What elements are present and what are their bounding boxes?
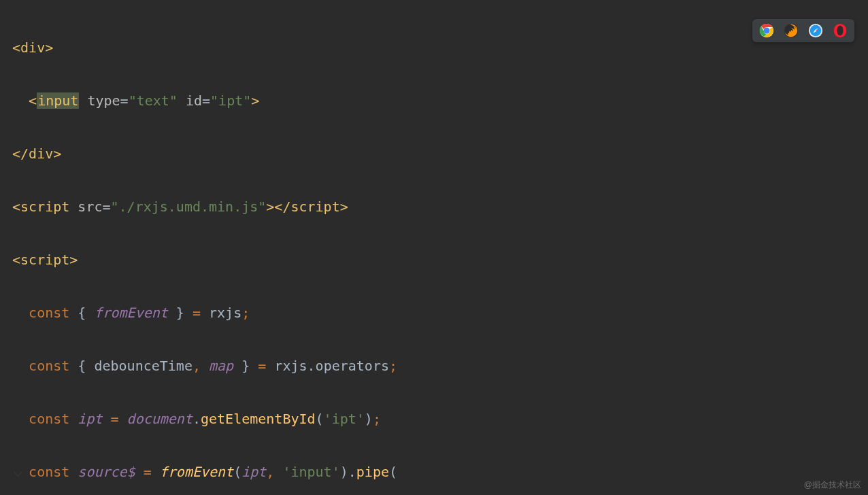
equals: = [102,199,110,215]
tag-open: < [29,92,37,109]
string: 'input' [282,464,339,480]
operator: = [258,358,274,374]
watermark-text: @掘金技术社区 [804,479,861,491]
equals: = [120,92,129,109]
punct: ( [316,411,324,427]
punct: ) [365,411,373,427]
tag-name: script [20,252,69,268]
function: fromEvent [160,464,233,480]
tag-close: > [45,39,53,56]
keyword: const [29,464,78,480]
operator: = [144,464,160,480]
attr-name: src [78,199,102,215]
code-line: const { debounceTime, map } = rxjs.opera… [12,353,868,379]
safari-icon[interactable] [808,23,823,38]
punct: . [193,411,201,427]
space [69,199,78,215]
tag-name: script [20,199,69,215]
identifier: document [127,411,193,427]
tag-name: div [20,39,45,56]
chrome-icon[interactable] [759,23,774,38]
identifier: rxjs [274,358,307,374]
punct: ; [373,411,381,427]
code-line: <div> [12,35,868,61]
tag-name: input [37,92,78,109]
keyword: const [29,305,78,321]
space [79,92,87,109]
punct: ; [241,305,250,321]
punct: ( [233,464,241,480]
function: getElementById [201,411,316,427]
code-line: <input type="text" id="ipt"> [12,88,868,114]
attr-value: "text" [129,92,178,109]
identifier: source$ [78,464,143,480]
code-line: const { fromEvent } = rxjs; [12,300,868,326]
tag-close: > [69,252,78,268]
keyword: const [29,358,78,374]
tag-open: < [12,199,20,215]
tag-close: > [266,199,274,215]
selected-token: input [37,92,79,109]
punct: ( [389,464,397,480]
identifier: fromEvent [94,305,167,321]
code-editor[interactable]: <div> <input type="text" id="ipt"> </div… [0,0,868,495]
tag-close: > [251,92,259,109]
browser-preview-toolbar [752,19,854,42]
punct: } [168,305,193,321]
attr-name: id [186,92,202,109]
function: pipe [356,464,389,480]
tag-open: </ [274,199,290,215]
keyword: const [29,411,78,427]
identifier: ipt [78,411,110,427]
punct: ; [389,358,397,374]
tag-name: script [290,199,339,215]
identifier: debounceTime [94,358,193,374]
code-line: const ipt = document.getElementById('ipt… [12,406,868,432]
punct: ) [340,464,348,480]
tag-close: > [340,199,348,215]
identifier: map [209,358,233,374]
operator: = [193,305,209,321]
equals: = [202,92,210,109]
punct: { [78,358,94,374]
code-line: const source$ = fromEvent(ipt, 'input').… [12,459,868,485]
code-line: <script> [12,247,868,273]
space [178,92,186,109]
punct: , [193,358,209,374]
punct: , [266,464,282,480]
punct: . [348,464,356,480]
punct: { [78,305,94,321]
code-line: </div> [12,141,868,167]
code-line: <script src="./rxjs.umd.min.js"></script… [12,194,868,220]
identifier: rxjs [209,305,241,321]
identifier: ipt [241,464,266,480]
punct: . [307,358,316,374]
punct: } [233,358,258,374]
tag-close: > [53,146,61,162]
attr-value: "./rxjs.umd.min.js" [111,199,267,215]
firefox-icon[interactable] [784,23,799,38]
identifier: operators [316,358,389,374]
opera-icon[interactable] [833,23,848,38]
attr-name: type [87,92,120,109]
attr-value: "ipt" [210,92,251,109]
tag-name: div [29,146,53,162]
operator: = [111,411,127,427]
string: 'ipt' [324,411,365,427]
